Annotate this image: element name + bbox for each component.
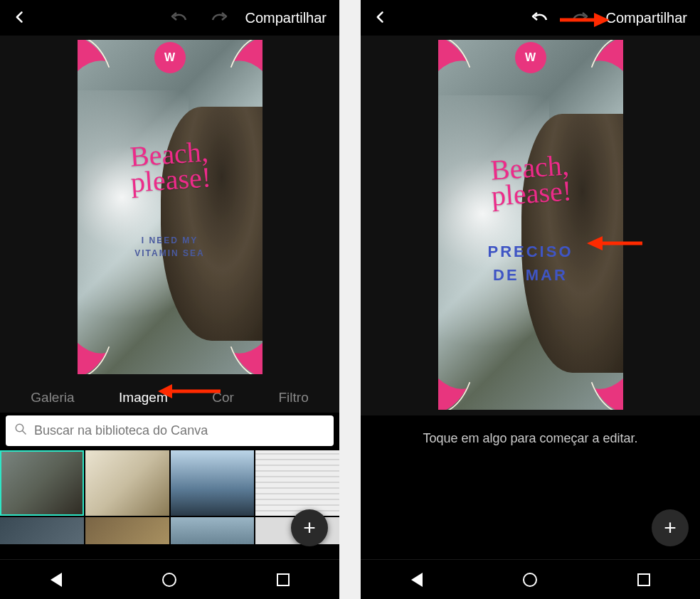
svg-marker-7 bbox=[587, 236, 603, 250]
svg-point-0 bbox=[16, 424, 23, 432]
share-button[interactable]: Compartilhar bbox=[245, 10, 327, 26]
thumbnail-image[interactable] bbox=[171, 450, 255, 516]
fab-add-button[interactable]: + bbox=[652, 509, 689, 546]
edit-hint: Toque em algo para começar a editar. bbox=[361, 415, 700, 462]
tab-filtro[interactable]: Filtro bbox=[278, 390, 308, 405]
undo-redo-group bbox=[170, 9, 228, 27]
phone-right: Compartilhar W Beach, please! PRECISO DE… bbox=[361, 0, 700, 599]
nav-home-icon[interactable] bbox=[162, 573, 176, 587]
logo-badge: W bbox=[154, 42, 186, 73]
image-thumbnails-row2 bbox=[0, 517, 339, 544]
share-button[interactable]: Compartilhar bbox=[606, 10, 687, 26]
logo-text: W bbox=[164, 51, 175, 64]
search-bar[interactable] bbox=[6, 415, 334, 446]
annotation-arrow-icon bbox=[587, 235, 644, 252]
leaf-decoration-icon bbox=[563, 40, 623, 86]
back-icon[interactable] bbox=[373, 8, 388, 28]
phone-left: Compartilhar W Beach, please! I NEED MY … bbox=[0, 0, 339, 599]
headline-text[interactable]: Beach, please! bbox=[127, 139, 211, 196]
subtitle-line2: DE MAR bbox=[493, 266, 568, 284]
leaf-decoration-icon bbox=[438, 364, 499, 410]
tab-galeria[interactable]: Galeria bbox=[31, 390, 74, 405]
back-icon[interactable] bbox=[13, 8, 27, 28]
undo-icon[interactable] bbox=[531, 9, 549, 27]
nav-recent-icon[interactable] bbox=[277, 573, 290, 586]
nav-home-icon[interactable] bbox=[523, 573, 537, 587]
canvas-preview[interactable]: W Beach, please! PRECISO DE MAR bbox=[438, 40, 623, 410]
subtitle-text[interactable]: I NEED MY VITAMIN SEA bbox=[134, 234, 204, 260]
leaf-decoration-icon bbox=[438, 40, 499, 86]
annotation-arrow-icon bbox=[560, 11, 610, 28]
svg-marker-3 bbox=[158, 384, 172, 398]
leaf-decoration-icon bbox=[78, 40, 138, 86]
thumbnail-image[interactable] bbox=[171, 517, 255, 544]
plus-icon: + bbox=[664, 516, 677, 540]
topbar: Compartilhar bbox=[0, 0, 339, 36]
thumbnail-image[interactable] bbox=[85, 450, 169, 516]
headline-line2: please! bbox=[490, 174, 573, 212]
leaf-decoration-icon bbox=[202, 328, 262, 374]
search-icon bbox=[14, 423, 27, 439]
plus-icon: + bbox=[303, 516, 316, 540]
svg-marker-5 bbox=[594, 13, 610, 27]
fab-add-button[interactable]: + bbox=[291, 509, 328, 546]
thumbnail-image[interactable] bbox=[0, 517, 84, 544]
annotation-arrow-icon bbox=[158, 383, 222, 400]
canvas-preview[interactable]: W Beach, please! I NEED MY VITAMIN SEA bbox=[78, 40, 262, 374]
subtitle-line2: VITAMIN SEA bbox=[134, 248, 204, 258]
headline-line2: please! bbox=[129, 161, 212, 198]
undo-icon[interactable] bbox=[170, 9, 189, 27]
image-thumbnails bbox=[0, 450, 339, 517]
headline-text[interactable]: Beach, please! bbox=[488, 152, 572, 209]
thumbnail-image[interactable] bbox=[85, 517, 169, 544]
nav-back-icon[interactable] bbox=[51, 573, 62, 587]
svg-line-1 bbox=[22, 430, 26, 434]
leaf-decoration-icon bbox=[78, 328, 138, 374]
nav-recent-icon[interactable] bbox=[637, 573, 650, 586]
search-input[interactable] bbox=[34, 423, 325, 438]
logo-text: W bbox=[525, 51, 536, 64]
thumbnail-image[interactable] bbox=[0, 450, 84, 516]
subtitle-text[interactable]: PRECISO DE MAR bbox=[487, 240, 573, 287]
canvas-area: W Beach, please! PRECISO DE MAR bbox=[361, 36, 700, 415]
android-navbar bbox=[0, 559, 339, 599]
android-navbar bbox=[361, 559, 700, 599]
logo-badge: W bbox=[515, 42, 546, 73]
subtitle-line1: PRECISO bbox=[487, 243, 573, 260]
subtitle-line1: I NEED MY bbox=[142, 235, 198, 245]
topbar: Compartilhar bbox=[361, 0, 700, 36]
thumbnail-image[interactable] bbox=[255, 450, 339, 516]
nav-back-icon[interactable] bbox=[411, 573, 423, 587]
redo-icon[interactable] bbox=[210, 9, 228, 27]
leaf-decoration-icon bbox=[202, 40, 262, 86]
canvas-area: W Beach, please! I NEED MY VITAMIN SEA bbox=[0, 36, 339, 380]
leaf-decoration-icon bbox=[563, 364, 623, 410]
